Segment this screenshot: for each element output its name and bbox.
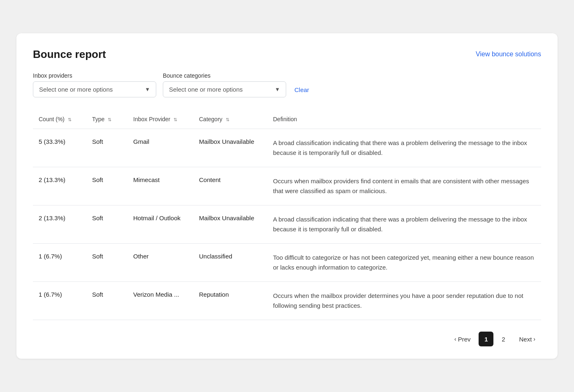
filters-row: Inbox providers Select one or more optio… (33, 72, 541, 97)
cell-count: 2 (13.3%) (33, 205, 86, 244)
cell-category: Content (193, 167, 267, 205)
cell-category: Unclassified (193, 244, 267, 282)
cell-definition: Occurs when the mailbox provider determi… (267, 282, 541, 320)
cell-type: Soft (86, 167, 127, 205)
table-row: 5 (33.3%) Soft Gmail Mailbox Unavailable… (33, 129, 541, 167)
table-row: 2 (13.3%) Soft Mimecast Content Occurs w… (33, 167, 541, 205)
bounce-table-container: Count (%) ⇅ Type ⇅ Inbox Provider ⇅ Cate… (33, 111, 541, 320)
cell-provider: Hotmail / Outlook (127, 205, 193, 244)
page-number-1[interactable]: 1 (479, 332, 493, 346)
cell-type: Soft (86, 244, 127, 282)
cell-count: 1 (6.7%) (33, 244, 86, 282)
cell-definition: Occurs when mailbox providers find conte… (267, 167, 541, 205)
view-bounce-solutions-link[interactable]: View bounce solutions (476, 51, 541, 58)
cell-type: Soft (86, 129, 127, 167)
chevron-down-icon: ▼ (145, 86, 150, 92)
cell-count: 2 (13.3%) (33, 167, 86, 205)
col-header-definition: Definition (267, 111, 541, 129)
prev-arrow-icon: ‹ (454, 336, 456, 342)
cell-definition: Too difficult to categorize or has not b… (267, 244, 541, 282)
inbox-providers-select[interactable]: Select one or more options ▼ (33, 81, 156, 97)
header-row: Bounce report View bounce solutions (33, 48, 541, 61)
table-header-row: Count (%) ⇅ Type ⇅ Inbox Provider ⇅ Cate… (33, 111, 541, 129)
col-header-count[interactable]: Count (%) ⇅ (33, 111, 86, 129)
cell-count: 1 (6.7%) (33, 282, 86, 320)
table-row: 1 (6.7%) Soft Other Unclassified Too dif… (33, 244, 541, 282)
bounce-report-card: Bounce report View bounce solutions Inbo… (16, 33, 558, 359)
sort-icon-provider: ⇅ (174, 117, 177, 122)
cell-category: Reputation (193, 282, 267, 320)
cell-provider: Other (127, 244, 193, 282)
col-header-category[interactable]: Category ⇅ (193, 111, 267, 129)
inbox-providers-label: Inbox providers (33, 72, 156, 79)
page-title: Bounce report (33, 48, 106, 61)
cell-provider: Mimecast (127, 167, 193, 205)
bounce-categories-label: Bounce categories (163, 72, 286, 79)
inbox-providers-filter-group: Inbox providers Select one or more optio… (33, 72, 156, 97)
cell-count: 5 (33.3%) (33, 129, 86, 167)
bounce-categories-filter-group: Bounce categories Select one or more opt… (163, 72, 286, 97)
prev-label: Prev (458, 336, 471, 343)
chevron-down-icon-2: ▼ (275, 86, 280, 92)
table-row: 1 (6.7%) Soft Verizon Media ... Reputati… (33, 282, 541, 320)
cell-definition: A broad classification indicating that t… (267, 129, 541, 167)
page-number-2[interactable]: 2 (496, 332, 511, 346)
bounce-categories-select[interactable]: Select one or more options ▼ (163, 81, 286, 97)
sort-icon-type: ⇅ (108, 117, 111, 122)
col-header-provider[interactable]: Inbox Provider ⇅ (127, 111, 193, 129)
sort-icon-category: ⇅ (226, 117, 229, 122)
cell-type: Soft (86, 282, 127, 320)
next-button[interactable]: Next › (513, 332, 541, 346)
cell-definition: A broad classification indicating that t… (267, 205, 541, 244)
inbox-providers-placeholder: Select one or more options (39, 86, 113, 93)
cell-category: Mailbox Unavailable (193, 205, 267, 244)
pagination-row: ‹ Prev 1 2 Next › (33, 332, 541, 346)
prev-button[interactable]: ‹ Prev (449, 332, 477, 346)
clear-filters-button[interactable]: Clear (293, 82, 311, 97)
next-arrow-icon: › (533, 336, 535, 342)
col-header-type[interactable]: Type ⇅ (86, 111, 127, 129)
next-label: Next (519, 336, 532, 343)
cell-category: Mailbox Unavailable (193, 129, 267, 167)
bounce-table: Count (%) ⇅ Type ⇅ Inbox Provider ⇅ Cate… (33, 111, 541, 320)
cell-provider: Verizon Media ... (127, 282, 193, 320)
table-row: 2 (13.3%) Soft Hotmail / Outlook Mailbox… (33, 205, 541, 244)
bounce-categories-placeholder: Select one or more options (169, 86, 243, 93)
cell-provider: Gmail (127, 129, 193, 167)
sort-icon-count: ⇅ (68, 117, 72, 122)
cell-type: Soft (86, 205, 127, 244)
